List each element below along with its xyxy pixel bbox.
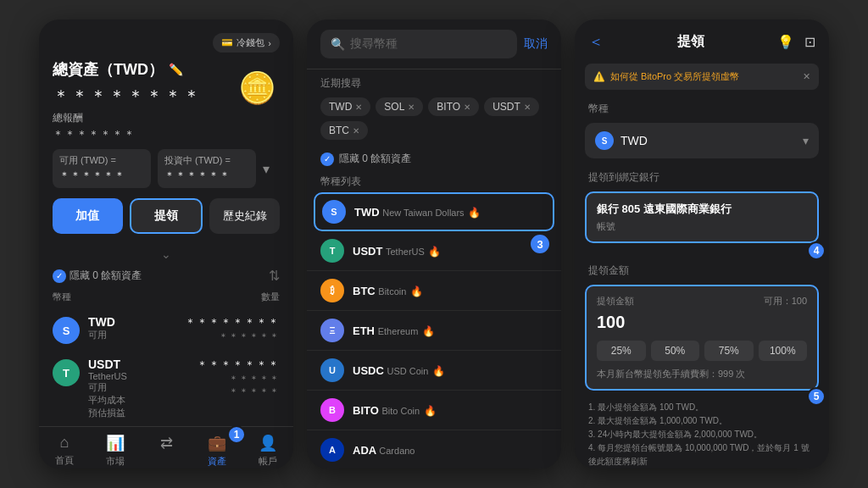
tag-btc[interactable]: BTC✕ [320, 121, 368, 140]
nav-home[interactable]: ⌂ 首頁 [39, 434, 90, 468]
asset-header: 💳 冷錢包 › 總資產（TWD） ✏️ ＊＊＊＊＊＊＊＊ 總報酬 ＊＊＊＊＊＊＊… [39, 19, 293, 247]
search-field[interactable]: 🔍 搜尋幣種 [320, 30, 517, 58]
coin-eth[interactable]: Ξ ETH Ethereum 🔥 [307, 311, 561, 351]
check-icon: ✓ [320, 152, 334, 166]
pct-25-button[interactable]: 25% [597, 341, 646, 361]
sort-icon[interactable]: ⇅ [269, 268, 280, 284]
coin-btc[interactable]: ₿ BTC Bitcoin 🔥 [307, 271, 561, 311]
chart-icon: 📊 [106, 434, 125, 452]
badge-4: 4 [807, 241, 826, 260]
coin-ada[interactable]: A ADA Cardano [307, 430, 561, 469]
pct-50-button[interactable]: 50% [651, 341, 700, 361]
cancel-button[interactable]: 取消 [524, 36, 548, 52]
panel-withdraw: ＜ 提領 💡 ⊡ ⚠️ 如何從 BitoPro 交易所提領虛幣 ✕ 幣種 S T… [575, 19, 829, 469]
cold-wallet-button[interactable]: 💳 冷錢包 › [213, 33, 280, 53]
history-button[interactable]: 歷史紀錄 [209, 198, 280, 234]
reward-label: 總報酬 [53, 111, 280, 125]
ada-coin-icon: A [320, 438, 344, 462]
coin-usdt[interactable]: T USDT TetherUS 🔥 [307, 231, 561, 271]
bulb-icon[interactable]: 💡 [777, 34, 794, 50]
usdt-coin-icon: T [320, 239, 344, 263]
coins-list: S TWD New Taiwan Dollars 🔥 T USDT Tether… [307, 192, 561, 469]
badge-5: 5 [807, 387, 826, 406]
tag-bito[interactable]: BITO✕ [428, 97, 479, 116]
qr-icon[interactable]: ⊡ [804, 34, 815, 50]
ada-coin-info: ADA Cardano [353, 442, 415, 458]
twd-info: TWD 可用 [88, 315, 176, 341]
amount-value: 100 [597, 313, 807, 332]
home-icon: ⌂ [60, 434, 70, 452]
character-decoration: 🪙 [238, 70, 276, 106]
search-icon: 🔍 [331, 37, 345, 51]
asset-list-header: ✓ 隱藏 0 餘額資產 ⇅ [39, 268, 293, 284]
rules-section: 1. 最小提領金額為 100 TWD。 2. 最大提領金額為 1,000,000… [575, 397, 829, 469]
back-button[interactable]: ＜ [588, 31, 604, 52]
action-buttons: 加值 提領 歷史紀錄 [53, 198, 280, 234]
check-icon: ✓ [53, 269, 66, 283]
chevron-right-icon: › [268, 38, 271, 48]
twd-select-icon: S [595, 131, 614, 150]
amount-section: 提領金額 可用：100 100 25% 50% 75% 100% 本月新台幣提領… [575, 281, 829, 397]
cold-wallet-area: 💳 冷錢包 › [53, 33, 280, 53]
reward-value: ＊＊＊＊＊＊＊ [53, 127, 280, 142]
tag-usdt[interactable]: USDT✕ [484, 97, 539, 116]
usdc-coin-info: USDC USD Coin 🔥 [353, 363, 445, 378]
available-stat: 可用 (TWD) = ＊＊＊＊＊＊ [53, 149, 151, 188]
tag-sol[interactable]: SOL✕ [376, 97, 423, 116]
tag-twd[interactable]: TWD✕ [320, 97, 370, 116]
usdt-icon: T [53, 359, 80, 386]
hide-zero-toggle[interactable]: ✓ 隱藏 0 餘額資產 [53, 269, 142, 283]
panel-search: 3 🔍 搜尋幣種 取消 近期搜尋 TWD✕ SOL✕ BITO✕ USDT✕ [307, 19, 561, 469]
twd-coin-icon: S [322, 200, 346, 224]
deposit-button[interactable]: 加值 [53, 198, 123, 234]
usdc-coin-icon: U [320, 358, 344, 382]
eth-coin-info: ETH Ethereum 🔥 [353, 323, 435, 338]
usdt-info: USDT TetherUS 可用 平均成本 預估損益 [88, 358, 188, 419]
amount-input-box[interactable]: 提領金額 可用：100 100 25% 50% 75% 100% 本月新台幣提領… [585, 285, 819, 391]
twd-values: ＊＊＊＊＊＊＊＊ ＊＊＊＊＊＊ [185, 315, 280, 343]
nav-market[interactable]: 📊 市場 [90, 434, 141, 468]
assets-icon: 💼 [208, 434, 226, 452]
chevron-down-icon[interactable]: ▾ [263, 161, 270, 177]
coin-usdc[interactable]: U USDC USD Coin 🔥 [307, 351, 561, 391]
bank-section: 銀行 805 遠東國際商業銀行 帳號 4 [575, 188, 829, 252]
amount-label: 提領金額 [575, 260, 829, 281]
hide-zero-row[interactable]: ✓ 隱藏 0 餘額資產 [307, 147, 561, 171]
withdraw-button[interactable]: 提領 [130, 198, 203, 234]
withdraw-header: ＜ 提領 💡 ⊡ [575, 19, 829, 64]
badge-3: 3 [529, 233, 551, 255]
swap-icon: ⇄ [160, 434, 173, 452]
coin-twd[interactable]: S TWD New Taiwan Dollars 🔥 [314, 192, 554, 231]
badge-1: 1 [227, 425, 246, 444]
asset-item-usdt[interactable]: T USDT TetherUS 可用 平均成本 預估損益 ＊＊＊＊＊＊＊ ＊＊＊… [39, 351, 293, 426]
account-icon: 👤 [259, 434, 277, 452]
expand-chevron[interactable]: ⌄ [39, 247, 293, 261]
asset-columns: 幣種 數量 [39, 291, 293, 303]
asset-item-twd[interactable]: S TWD 可用 ＊＊＊＊＊＊＊＊ ＊＊＊＊＊＊ [39, 308, 293, 351]
currency-selector[interactable]: S TWD ▾ [585, 123, 819, 158]
warning-icon: ⚠️ [593, 71, 605, 82]
bank-details-box[interactable]: 銀行 805 遠東國際商業銀行 帳號 [585, 191, 819, 243]
eth-coin-icon: Ξ [320, 319, 344, 342]
usdt-values: ＊＊＊＊＊＊＊ ＊＊＊＊＊ ＊＊＊＊＊ [197, 358, 280, 398]
bito-coin-icon: B [320, 398, 344, 422]
bank-label: 提領到綁定銀行 [575, 167, 829, 188]
recent-tags: TWD✕ SOL✕ BITO✕ USDT✕ BTC✕ [307, 94, 561, 147]
close-notice-button[interactable]: ✕ [803, 71, 810, 82]
recent-label: 近期搜尋 [307, 69, 561, 94]
wallet-icon: 💳 [221, 37, 233, 48]
usdt-coin-info: USDT TetherUS 🔥 [353, 243, 441, 258]
btc-coin-info: BTC Bitcoin 🔥 [353, 283, 423, 298]
notice-banner: ⚠️ 如何從 BitoPro 交易所提領虛幣 ✕ [585, 64, 819, 90]
edit-icon[interactable]: ✏️ [169, 63, 183, 76]
nav-trade[interactable]: ⇄ [141, 434, 192, 468]
btc-coin-icon: ₿ [320, 279, 344, 302]
twd-coin-info: TWD New Taiwan Dollars 🔥 [354, 204, 481, 219]
pct-100-button[interactable]: 100% [759, 341, 808, 361]
nav-assets[interactable]: 💼 資產 1 [192, 434, 242, 468]
header-icons: 💡 ⊡ [777, 34, 815, 50]
investing-stat: 投資中 (TWD) = ＊＊＊＊＊＊ [158, 149, 256, 188]
nav-account[interactable]: 👤 帳戶 [242, 434, 293, 468]
coin-bito[interactable]: B BITO Bito Coin 🔥 [307, 391, 561, 430]
pct-75-button[interactable]: 75% [704, 341, 754, 361]
